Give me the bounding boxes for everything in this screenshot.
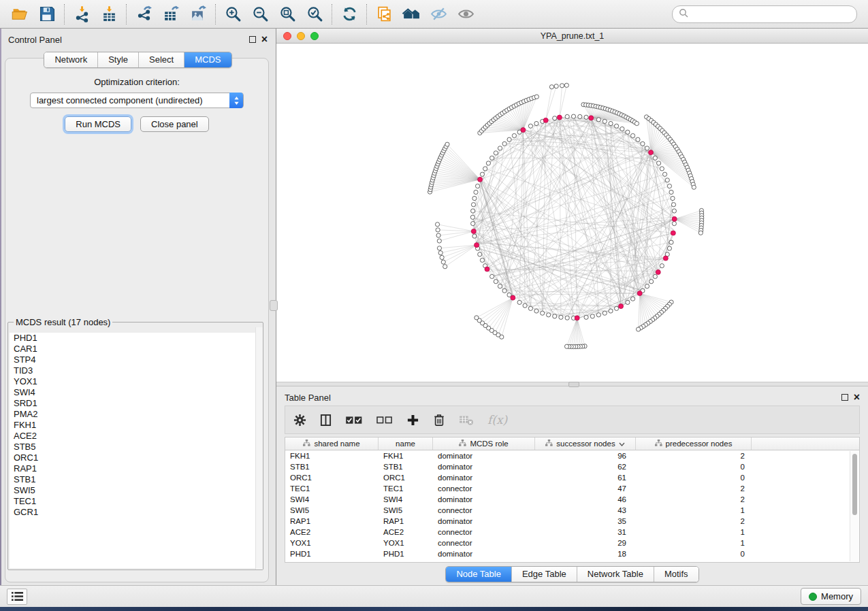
clear-selection-icon[interactable] xyxy=(376,416,393,425)
table-scrollbar-thumb[interactable] xyxy=(852,454,857,515)
export-image-icon[interactable] xyxy=(188,5,208,24)
search-input[interactable] xyxy=(692,7,856,21)
mcds-result-node[interactable]: FKH1 xyxy=(10,420,261,431)
graph-node[interactable] xyxy=(490,275,494,279)
graph-node[interactable] xyxy=(636,137,640,142)
search-box[interactable] xyxy=(672,5,857,23)
graph-node[interactable] xyxy=(507,137,511,142)
tab-network[interactable]: Network xyxy=(44,52,97,67)
graph-node[interactable] xyxy=(671,197,675,201)
graph-node[interactable] xyxy=(490,156,494,161)
mcds-result-node[interactable]: GCR1 xyxy=(10,507,261,518)
graph-node[interactable] xyxy=(626,301,630,305)
export-table-icon[interactable] xyxy=(161,5,181,24)
leaf-node[interactable] xyxy=(438,251,443,255)
graph-node[interactable] xyxy=(494,151,498,155)
leaf-node[interactable] xyxy=(698,231,703,235)
mcds-result-node[interactable]: CAR1 xyxy=(10,344,261,354)
graph-node[interactable] xyxy=(534,122,539,126)
mcds-result-node[interactable]: TID3 xyxy=(10,365,261,376)
graph-node[interactable] xyxy=(596,118,600,122)
graph-node[interactable] xyxy=(472,234,477,238)
dominator-node[interactable] xyxy=(575,316,579,320)
vertical-splitter-handle[interactable] xyxy=(270,300,278,311)
graph-node[interactable] xyxy=(571,114,575,118)
graph-node[interactable] xyxy=(480,173,484,177)
close-panel-button[interactable]: Close panel xyxy=(140,116,209,132)
graph-node[interactable] xyxy=(512,134,516,138)
table-tab-motifs[interactable]: Motifs xyxy=(654,567,698,582)
leaf-node[interactable] xyxy=(437,239,441,243)
graph-node[interactable] xyxy=(483,167,487,171)
dominator-node[interactable] xyxy=(637,291,642,296)
graph-node[interactable] xyxy=(660,167,664,171)
graph-node[interactable] xyxy=(672,222,676,226)
graph-node[interactable] xyxy=(662,173,666,177)
zoom-selected-icon[interactable] xyxy=(304,5,325,24)
leaf-node[interactable] xyxy=(435,222,439,227)
graph-node[interactable] xyxy=(475,184,479,188)
leaf-node[interactable] xyxy=(437,246,441,250)
graph-node[interactable] xyxy=(547,313,551,317)
mcds-result-scrollbar[interactable] xyxy=(255,327,263,569)
mcds-result-node[interactable]: SWI4 xyxy=(10,387,261,398)
close-table-panel-icon[interactable]: × xyxy=(854,394,860,401)
memory-button[interactable]: Memory xyxy=(801,588,861,605)
table-row[interactable]: ACE2ACE2connector311 xyxy=(285,527,859,538)
dominator-node[interactable] xyxy=(589,116,594,120)
graph-node[interactable] xyxy=(565,316,569,320)
network-canvas[interactable] xyxy=(276,44,868,382)
graph-node[interactable] xyxy=(578,115,582,119)
graph-node[interactable] xyxy=(620,127,624,131)
export-network-icon[interactable] xyxy=(133,5,154,24)
graph-node[interactable] xyxy=(584,116,588,120)
table-tab-edge-table[interactable]: Edge Table xyxy=(511,567,577,582)
column-header-successor-nodes[interactable]: successor nodes xyxy=(535,437,636,450)
dominator-node[interactable] xyxy=(557,115,562,120)
graph-node[interactable] xyxy=(517,301,521,305)
network-view-titlebar[interactable]: YPA_prune.txt_1 xyxy=(276,29,868,44)
select-all-icon[interactable] xyxy=(345,415,363,425)
leaf-node[interactable] xyxy=(634,122,639,126)
table-scrollbar[interactable] xyxy=(850,451,858,561)
graph-node[interactable] xyxy=(602,120,607,124)
horizontal-splitter-handle[interactable] xyxy=(568,382,579,387)
leaf-node[interactable] xyxy=(692,186,696,190)
column-header-predecessor-nodes[interactable]: predecessor nodes xyxy=(636,437,752,450)
graph-node[interactable] xyxy=(472,197,477,201)
graph-node[interactable] xyxy=(541,312,545,316)
close-panel-icon[interactable]: × xyxy=(261,36,268,43)
hide-selected-icon[interactable] xyxy=(428,5,449,24)
graph-node[interactable] xyxy=(565,115,569,119)
import-table-icon[interactable] xyxy=(99,5,119,24)
dominator-node[interactable] xyxy=(663,256,668,261)
graph-node[interactable] xyxy=(609,122,613,126)
float-panel-icon[interactable] xyxy=(249,36,256,43)
mcds-result-node[interactable]: STB1 xyxy=(10,474,261,485)
graph-node[interactable] xyxy=(653,275,657,279)
table-tab-node-table[interactable]: Node Table xyxy=(446,567,511,582)
save-session-icon[interactable] xyxy=(37,5,57,24)
leaf-node[interactable] xyxy=(554,84,558,88)
graph-node[interactable] xyxy=(553,116,557,120)
graph-node[interactable] xyxy=(478,252,482,257)
leaf-node[interactable] xyxy=(637,327,641,331)
graph-node[interactable] xyxy=(498,284,502,288)
table-tab-network-table[interactable]: Network Table xyxy=(577,567,654,582)
mcds-result-node[interactable]: ACE2 xyxy=(10,431,261,442)
graph-node[interactable] xyxy=(471,209,475,213)
add-column-icon[interactable] xyxy=(406,414,419,427)
show-all-icon[interactable] xyxy=(455,5,476,24)
graph-node[interactable] xyxy=(480,259,484,263)
graph-node[interactable] xyxy=(528,307,532,311)
leaf-node[interactable] xyxy=(445,143,449,147)
graph-node[interactable] xyxy=(667,246,671,250)
dominator-node[interactable] xyxy=(478,178,483,182)
graph-node[interactable] xyxy=(590,314,594,318)
dominator-node[interactable] xyxy=(543,118,548,123)
leaf-node[interactable] xyxy=(436,233,440,237)
graph-node[interactable] xyxy=(559,316,563,320)
leaf-node[interactable] xyxy=(560,84,564,88)
graph-node[interactable] xyxy=(665,178,669,182)
graph-node[interactable] xyxy=(471,222,475,226)
